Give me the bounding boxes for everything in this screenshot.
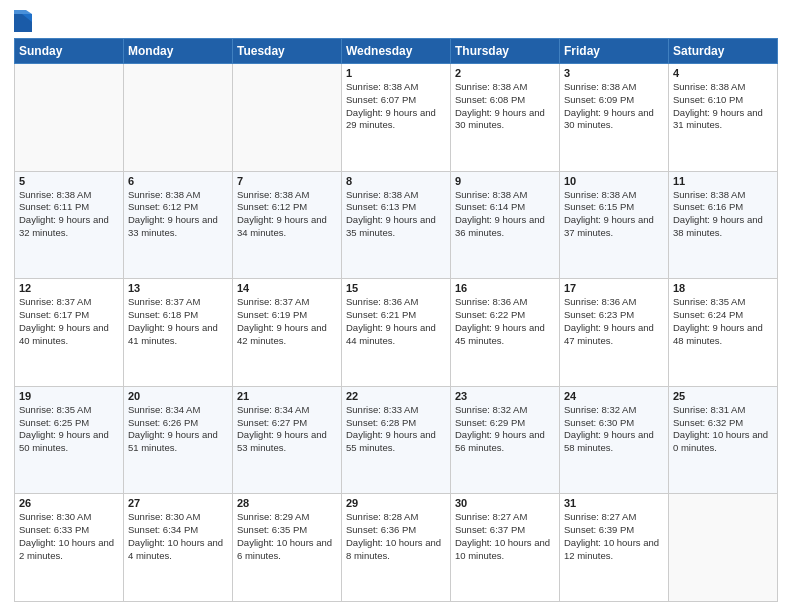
calendar-table: Sunday Monday Tuesday Wednesday Thursday…	[14, 38, 778, 602]
day-number: 30	[455, 497, 555, 509]
day-info: Sunset: 6:37 PM	[455, 524, 555, 537]
day-cell: 27Sunrise: 8:30 AMSunset: 6:34 PMDayligh…	[124, 494, 233, 602]
day-cell: 23Sunrise: 8:32 AMSunset: 6:29 PMDayligh…	[451, 386, 560, 494]
day-info: Sunset: 6:13 PM	[346, 201, 446, 214]
day-number: 4	[673, 67, 773, 79]
day-number: 25	[673, 390, 773, 402]
logo	[14, 10, 36, 32]
day-number: 21	[237, 390, 337, 402]
day-number: 7	[237, 175, 337, 187]
col-thursday: Thursday	[451, 39, 560, 64]
day-info: Sunrise: 8:38 AM	[455, 81, 555, 94]
week-row-2: 5Sunrise: 8:38 AMSunset: 6:11 PMDaylight…	[15, 171, 778, 279]
day-info: Sunrise: 8:38 AM	[673, 81, 773, 94]
day-info: Sunset: 6:25 PM	[19, 417, 119, 430]
day-info: Sunset: 6:33 PM	[19, 524, 119, 537]
day-info: Daylight: 9 hours and 58 minutes.	[564, 429, 664, 455]
day-info: Sunset: 6:11 PM	[19, 201, 119, 214]
day-info: Sunset: 6:07 PM	[346, 94, 446, 107]
day-info: Daylight: 9 hours and 42 minutes.	[237, 322, 337, 348]
day-cell: 29Sunrise: 8:28 AMSunset: 6:36 PMDayligh…	[342, 494, 451, 602]
day-cell: 16Sunrise: 8:36 AMSunset: 6:22 PMDayligh…	[451, 279, 560, 387]
day-info: Sunrise: 8:35 AM	[19, 404, 119, 417]
logo-icon	[14, 10, 32, 32]
day-cell: 8Sunrise: 8:38 AMSunset: 6:13 PMDaylight…	[342, 171, 451, 279]
day-info: Sunrise: 8:27 AM	[564, 511, 664, 524]
day-info: Daylight: 9 hours and 45 minutes.	[455, 322, 555, 348]
day-number: 24	[564, 390, 664, 402]
day-cell: 17Sunrise: 8:36 AMSunset: 6:23 PMDayligh…	[560, 279, 669, 387]
day-cell: 5Sunrise: 8:38 AMSunset: 6:11 PMDaylight…	[15, 171, 124, 279]
col-monday: Monday	[124, 39, 233, 64]
day-info: Sunrise: 8:28 AM	[346, 511, 446, 524]
day-info: Daylight: 10 hours and 8 minutes.	[346, 537, 446, 563]
day-info: Sunset: 6:09 PM	[564, 94, 664, 107]
day-info: Sunset: 6:32 PM	[673, 417, 773, 430]
day-info: Daylight: 10 hours and 10 minutes.	[455, 537, 555, 563]
day-info: Sunrise: 8:30 AM	[128, 511, 228, 524]
day-info: Sunrise: 8:36 AM	[564, 296, 664, 309]
day-info: Sunrise: 8:36 AM	[346, 296, 446, 309]
day-info: Sunrise: 8:36 AM	[455, 296, 555, 309]
day-cell: 2Sunrise: 8:38 AMSunset: 6:08 PMDaylight…	[451, 64, 560, 172]
day-cell: 22Sunrise: 8:33 AMSunset: 6:28 PMDayligh…	[342, 386, 451, 494]
day-info: Sunrise: 8:33 AM	[346, 404, 446, 417]
day-info: Daylight: 10 hours and 2 minutes.	[19, 537, 119, 563]
day-number: 19	[19, 390, 119, 402]
day-info: Daylight: 9 hours and 33 minutes.	[128, 214, 228, 240]
day-cell: 26Sunrise: 8:30 AMSunset: 6:33 PMDayligh…	[15, 494, 124, 602]
day-info: Sunset: 6:30 PM	[564, 417, 664, 430]
day-number: 1	[346, 67, 446, 79]
day-cell: 15Sunrise: 8:36 AMSunset: 6:21 PMDayligh…	[342, 279, 451, 387]
day-info: Sunset: 6:21 PM	[346, 309, 446, 322]
day-info: Sunrise: 8:38 AM	[19, 189, 119, 202]
day-info: Sunrise: 8:37 AM	[237, 296, 337, 309]
day-number: 2	[455, 67, 555, 79]
day-info: Daylight: 9 hours and 47 minutes.	[564, 322, 664, 348]
week-row-4: 19Sunrise: 8:35 AMSunset: 6:25 PMDayligh…	[15, 386, 778, 494]
day-info: Daylight: 9 hours and 29 minutes.	[346, 107, 446, 133]
day-info: Sunrise: 8:32 AM	[564, 404, 664, 417]
day-info: Daylight: 9 hours and 30 minutes.	[455, 107, 555, 133]
day-info: Sunset: 6:12 PM	[128, 201, 228, 214]
col-sunday: Sunday	[15, 39, 124, 64]
day-info: Sunset: 6:36 PM	[346, 524, 446, 537]
svg-marker-1	[14, 10, 32, 14]
day-cell: 7Sunrise: 8:38 AMSunset: 6:12 PMDaylight…	[233, 171, 342, 279]
day-cell: 31Sunrise: 8:27 AMSunset: 6:39 PMDayligh…	[560, 494, 669, 602]
day-info: Sunrise: 8:38 AM	[564, 81, 664, 94]
page: Sunday Monday Tuesday Wednesday Thursday…	[0, 0, 792, 612]
day-number: 13	[128, 282, 228, 294]
day-number: 8	[346, 175, 446, 187]
day-number: 22	[346, 390, 446, 402]
day-number: 18	[673, 282, 773, 294]
day-info: Daylight: 10 hours and 4 minutes.	[128, 537, 228, 563]
day-number: 29	[346, 497, 446, 509]
day-cell: 19Sunrise: 8:35 AMSunset: 6:25 PMDayligh…	[15, 386, 124, 494]
day-cell: 9Sunrise: 8:38 AMSunset: 6:14 PMDaylight…	[451, 171, 560, 279]
day-info: Sunrise: 8:32 AM	[455, 404, 555, 417]
day-info: Daylight: 9 hours and 37 minutes.	[564, 214, 664, 240]
col-tuesday: Tuesday	[233, 39, 342, 64]
day-cell: 24Sunrise: 8:32 AMSunset: 6:30 PMDayligh…	[560, 386, 669, 494]
day-info: Sunset: 6:27 PM	[237, 417, 337, 430]
day-number: 10	[564, 175, 664, 187]
day-number: 11	[673, 175, 773, 187]
day-cell: 12Sunrise: 8:37 AMSunset: 6:17 PMDayligh…	[15, 279, 124, 387]
day-number: 16	[455, 282, 555, 294]
day-info: Sunrise: 8:31 AM	[673, 404, 773, 417]
day-info: Sunset: 6:23 PM	[564, 309, 664, 322]
col-saturday: Saturday	[669, 39, 778, 64]
week-row-3: 12Sunrise: 8:37 AMSunset: 6:17 PMDayligh…	[15, 279, 778, 387]
day-number: 31	[564, 497, 664, 509]
day-info: Sunset: 6:29 PM	[455, 417, 555, 430]
day-cell: 6Sunrise: 8:38 AMSunset: 6:12 PMDaylight…	[124, 171, 233, 279]
day-cell: 11Sunrise: 8:38 AMSunset: 6:16 PMDayligh…	[669, 171, 778, 279]
day-cell: 18Sunrise: 8:35 AMSunset: 6:24 PMDayligh…	[669, 279, 778, 387]
day-info: Sunrise: 8:38 AM	[673, 189, 773, 202]
day-info: Sunrise: 8:34 AM	[237, 404, 337, 417]
day-info: Daylight: 9 hours and 38 minutes.	[673, 214, 773, 240]
day-info: Daylight: 10 hours and 12 minutes.	[564, 537, 664, 563]
day-info: Sunrise: 8:27 AM	[455, 511, 555, 524]
day-info: Daylight: 9 hours and 55 minutes.	[346, 429, 446, 455]
